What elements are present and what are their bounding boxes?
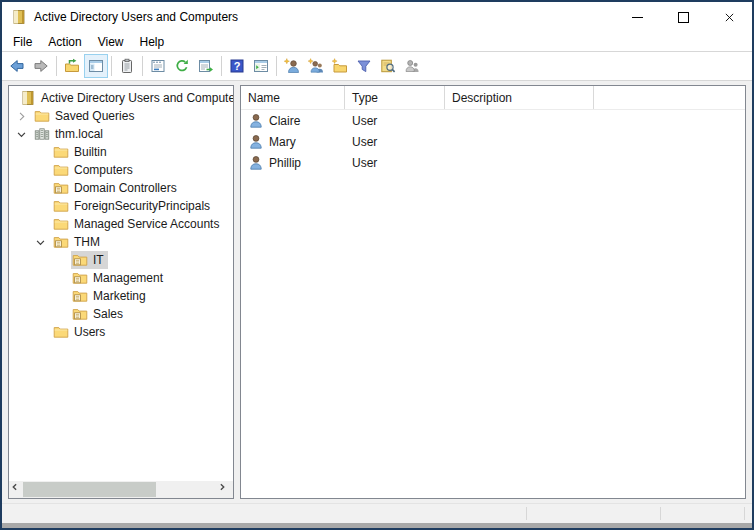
help-icon: ? [229, 58, 245, 74]
tree-item-content[interactable]: Saved Queries [33, 107, 138, 125]
scroll-right-button[interactable] [216, 481, 233, 498]
menu-view[interactable]: View [90, 35, 132, 49]
close-icon [723, 11, 736, 24]
up-one-level-button[interactable] [60, 54, 84, 78]
folder-icon [53, 216, 69, 232]
tree-item-content[interactable]: Sales [71, 305, 127, 323]
ou-icon [53, 180, 69, 196]
tree-horizontal-scrollbar[interactable] [9, 481, 233, 498]
tree-item-label: Saved Queries [55, 109, 134, 123]
tree-item-content[interactable]: Builtin [52, 143, 111, 161]
chevron-right-icon[interactable] [15, 108, 33, 124]
refresh-button[interactable] [170, 54, 194, 78]
tree-item-thm-local[interactable]: thm.local [9, 125, 233, 143]
action-pane-toggle-button[interactable] [249, 54, 273, 78]
tree-item-active-directory-users-and-computers[interactable]: Active Directory Users and Computers [ [9, 89, 233, 107]
tree-item-content[interactable]: Marketing [71, 287, 150, 305]
tree-item-domain-controllers[interactable]: Domain Controllers [9, 179, 233, 197]
tree-item-content[interactable]: IT [71, 251, 108, 269]
maximize-button[interactable] [660, 2, 706, 32]
tree-item-builtin[interactable]: Builtin [9, 143, 233, 161]
cell-type: User [345, 135, 445, 149]
tree-item-content[interactable]: Domain Controllers [52, 179, 181, 197]
app-icon [11, 9, 27, 25]
tree-item-content[interactable]: Management [71, 269, 167, 287]
tree-item-label: Computers [74, 163, 133, 177]
chevron-down-icon[interactable] [15, 126, 33, 142]
ou-icon [72, 270, 88, 286]
dialog-window-button[interactable] [146, 54, 170, 78]
tree-item-saved-queries[interactable]: Saved Queries [9, 107, 233, 125]
expander-spacer [53, 252, 71, 268]
console-tree-panel: Active Directory Users and Computers [Sa… [8, 85, 234, 499]
cell-name[interactable]: Claire [241, 113, 345, 129]
filter-button[interactable] [352, 54, 376, 78]
tree-item-content[interactable]: Active Directory Users and Computers [ [19, 89, 233, 107]
export-list-button[interactable] [194, 54, 218, 78]
minimize-button[interactable] [614, 2, 660, 32]
find-icon [380, 58, 396, 74]
properties-button[interactable] [115, 54, 139, 78]
tree-item-foreignsecurityprincipals[interactable]: ForeignSecurityPrincipals [9, 197, 233, 215]
column-header-type[interactable]: Type [345, 86, 445, 109]
menu-help[interactable]: Help [132, 35, 173, 49]
new-user-icon [284, 58, 300, 74]
tree-item-computers[interactable]: Computers [9, 161, 233, 179]
expander-spacer [53, 288, 71, 304]
maximize-icon [678, 12, 689, 23]
back-icon [9, 58, 25, 74]
aduc-window: Active Directory Users and Computers Fil… [0, 0, 754, 530]
forward-button[interactable] [29, 54, 53, 78]
advanced-security-button[interactable] [400, 54, 424, 78]
column-header-name[interactable]: Name [241, 86, 345, 109]
scrollbar-thumb[interactable] [23, 482, 156, 497]
find-button[interactable] [376, 54, 400, 78]
list-item-claire[interactable]: ClaireUser [241, 110, 745, 131]
tree-item-content[interactable]: Users [52, 323, 109, 341]
tree-item-sales[interactable]: Sales [9, 305, 233, 323]
minimize-icon [632, 17, 643, 18]
dialog-window-icon [150, 58, 166, 74]
list-item-phillip[interactable]: PhillipUser [241, 152, 745, 173]
new-ou-button[interactable] [328, 54, 352, 78]
menu-action[interactable]: Action [40, 35, 89, 49]
tree-item-management[interactable]: Management [9, 269, 233, 287]
list-item-mary[interactable]: MaryUser [241, 131, 745, 152]
new-user-button[interactable] [280, 54, 304, 78]
new-group-button[interactable] [304, 54, 328, 78]
help-button[interactable]: ? [225, 54, 249, 78]
tree-item-content[interactable]: THM [52, 233, 104, 251]
menu-file[interactable]: File [5, 35, 40, 49]
tree-item-content[interactable]: Managed Service Accounts [52, 215, 223, 233]
cell-name[interactable]: Phillip [241, 155, 345, 171]
expander-spacer [53, 306, 71, 322]
back-button[interactable] [5, 54, 29, 78]
tree-item-thm[interactable]: THM [9, 233, 233, 251]
tree-item-marketing[interactable]: Marketing [9, 287, 233, 305]
console-tree-toggle-button[interactable] [84, 54, 108, 78]
ou-icon [72, 288, 88, 304]
tree-item-label: IT [93, 253, 104, 267]
tree-item-content[interactable]: Computers [52, 161, 137, 179]
tree-item-users[interactable]: Users [9, 323, 233, 341]
cell-name[interactable]: Mary [241, 134, 345, 150]
new-ou-icon [332, 58, 348, 74]
tree-item-content[interactable]: ForeignSecurityPrincipals [52, 197, 214, 215]
tree-item-it[interactable]: IT [9, 251, 233, 269]
window-title: Active Directory Users and Computers [34, 10, 238, 24]
tree-item-managed-service-accounts[interactable]: Managed Service Accounts [9, 215, 233, 233]
object-name: Phillip [269, 156, 301, 170]
cell-type: User [345, 156, 445, 170]
tree-item-content[interactable]: thm.local [33, 125, 107, 143]
refresh-icon [174, 58, 190, 74]
object-name: Mary [269, 135, 296, 149]
tree-item-label: Active Directory Users and Computers [ [41, 91, 233, 105]
chevron-down-icon[interactable] [34, 234, 52, 250]
folder-icon [53, 198, 69, 214]
toolbar-separator [221, 56, 222, 76]
column-header-description[interactable]: Description [445, 86, 594, 109]
toolbar-separator [56, 56, 57, 76]
close-button[interactable] [706, 2, 752, 32]
object-list: ClaireUserMaryUserPhillipUser [241, 110, 745, 173]
expander-spacer [53, 270, 71, 286]
